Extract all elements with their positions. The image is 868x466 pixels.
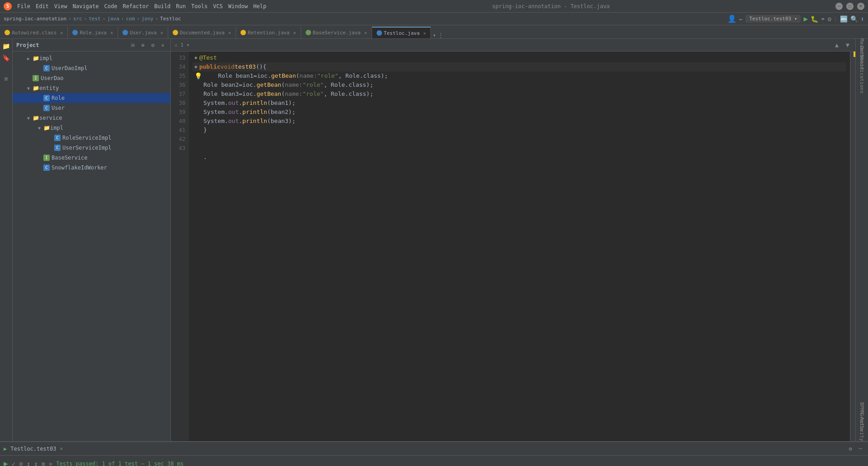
warning-stripe — [854, 52, 855, 57]
tree-item-entity[interactable]: ▼ 📁 entity — [13, 83, 170, 93]
menu-build[interactable]: Build — [154, 3, 170, 9]
tab-close-baseservice[interactable]: ✕ — [364, 30, 367, 35]
run-settings-icon[interactable]: ⚙ — [846, 445, 854, 453]
navigate-up-icon[interactable]: ▲ — [833, 41, 841, 49]
menu-vcs[interactable]: VCS — [213, 3, 223, 9]
menu-window[interactable]: Window — [228, 3, 248, 9]
tree-label-user: User — [52, 105, 65, 111]
tab-documented[interactable]: Documented.java ✕ — [168, 27, 236, 38]
notifications-panel-icon[interactable]: Notifications — [857, 69, 868, 80]
code-content[interactable]: ◆ @Test ◆ public void test03(){ 💡 Role b… — [189, 52, 850, 441]
tab-label-documented: Documented.java — [180, 30, 225, 36]
tree-label-snowflake: SnowflakeIdWorker — [52, 165, 107, 171]
breadcrumb-part-3[interactable]: java — [107, 16, 119, 22]
close-button[interactable]: ✕ — [857, 3, 864, 10]
menu-tools[interactable]: Tools — [191, 3, 208, 9]
run-minimize-icon[interactable]: ─ — [856, 445, 864, 453]
tab-role[interactable]: Role.java ✕ — [68, 27, 118, 38]
tab-close-autowired[interactable]: ✕ — [60, 30, 63, 35]
menu-bar[interactable]: File Edit View Navigate Code Refactor Bu… — [17, 3, 266, 9]
settings-icon[interactable]: ⚙ — [149, 41, 157, 49]
project-panel: Project ⊟ ⊕ ⚙ ✕ ▶ 📁 impl C UserDaoImpl — [13, 39, 171, 441]
menu-run[interactable]: Run — [176, 3, 186, 9]
collapse-all-icon[interactable]: ⊟ — [129, 41, 137, 49]
minimize-button[interactable]: ─ — [835, 3, 843, 10]
window-controls[interactable]: ─ □ ✕ — [835, 3, 864, 10]
coverage-button[interactable]: ☂ — [821, 15, 825, 23]
tree-item-snowflake[interactable]: C SnowflakeIdWorker — [13, 163, 170, 173]
tab-retention[interactable]: Retention.java ✕ — [236, 27, 301, 38]
tab-label-autowired: Autowired.class — [12, 30, 57, 36]
bpmn-panel-icon[interactable]: BPMN-Activity-Diagram — [857, 428, 868, 439]
bookmark-icon[interactable]: 🔖 — [1, 52, 12, 63]
tree-arrow-entity: ▼ — [27, 86, 33, 91]
profile-icon[interactable]: 👤 — [727, 14, 736, 23]
tree-item-userdao[interactable]: I UserDao — [13, 73, 170, 83]
tab-close-documented[interactable]: ✕ — [228, 30, 231, 35]
menu-refactor[interactable]: Refactor — [123, 3, 149, 9]
tab-close-testloc[interactable]: ✕ — [423, 31, 426, 36]
run-sort-dur-button[interactable]: ↕ — [34, 460, 38, 466]
tree-label-userdaoimpl: UserDaoImpl — [52, 65, 87, 71]
tabs-more[interactable]: ⋮ — [438, 32, 443, 38]
tree-item-service[interactable]: ▼ 📁 service — [13, 113, 170, 123]
navigate-down-icon[interactable]: ▼ — [844, 41, 852, 49]
run-all-tests-button[interactable]: ≡ — [41, 460, 45, 466]
run-tab-close[interactable]: ✕ — [60, 446, 63, 452]
menu-view[interactable]: View — [54, 3, 67, 9]
run-button[interactable]: ▶ — [803, 14, 808, 23]
git-icon[interactable]: ⬆ — [861, 15, 864, 23]
tree-item-userdaoimpl[interactable]: C UserDaoImpl — [13, 63, 170, 73]
tab-close-user[interactable]: ✕ — [160, 30, 163, 35]
translate-icon[interactable]: 🔤 — [840, 15, 848, 23]
breadcrumb-part-2[interactable]: test — [89, 16, 101, 22]
folder-icon-entity: 📁 — [33, 85, 39, 91]
code-editor: ⚠ 1 ▾ ▲ ▼ 33 34 35 36 37 38 39 40 41 42 … — [171, 39, 855, 441]
tree-item-baseservice[interactable]: I BaseService — [13, 153, 170, 163]
tree-item-service-impl[interactable]: ▼ 📁 impl — [13, 123, 170, 133]
menu-navigate[interactable]: Navigate — [73, 3, 99, 9]
tab-close-role[interactable]: ✕ — [110, 30, 113, 35]
tab-testloc[interactable]: Testloc.java ✕ — [372, 27, 431, 38]
hide-panel-icon[interactable]: ✕ — [159, 41, 167, 49]
tree-item-userserviceimpl[interactable]: C UserServiceImpl — [13, 143, 170, 153]
scroll-from-source-icon[interactable]: ⊕ — [139, 41, 147, 49]
tab-user[interactable]: User.java ✕ — [118, 27, 168, 38]
editor-scrollbar[interactable] — [850, 52, 855, 441]
back-icon[interactable]: ← — [739, 15, 743, 23]
menu-code[interactable]: Code — [104, 3, 118, 9]
folder-icon-service: 📁 — [33, 115, 39, 121]
breadcrumb-part-1[interactable]: src — [73, 16, 82, 22]
tab-icon-testloc — [377, 30, 382, 36]
breadcrumb-part-4[interactable]: com — [126, 16, 135, 22]
project-panel-icon[interactable]: 📁 — [1, 41, 12, 52]
breadcrumb-part-5[interactable]: jony — [142, 16, 154, 22]
run-tab-label[interactable]: Testloc.test03 — [10, 446, 56, 452]
run-stop-button[interactable]: ⊘ — [19, 460, 23, 466]
run-more-button[interactable]: » — [49, 460, 52, 466]
breadcrumb-part-6[interactable]: Testloc — [160, 16, 181, 22]
debug-button[interactable]: 🐛 — [811, 15, 818, 23]
more-run-button[interactable]: ⚙ — [828, 15, 831, 23]
window-title: spring-ioc-annotation - Testloc.java — [492, 3, 610, 9]
run-config-selector[interactable]: Testloc.test03 ▾ — [745, 15, 801, 23]
editor-wrapper: 33 34 35 36 37 38 39 40 41 42 43 ◆ @Test — [171, 52, 855, 441]
run-play-button[interactable]: ▶ — [4, 459, 8, 466]
structure-icon[interactable]: ≡ — [1, 73, 12, 84]
tree-item-user[interactable]: C User — [13, 103, 170, 113]
menu-file[interactable]: File — [17, 3, 30, 9]
tree-item-roleserviceimpl[interactable]: C RoleServiceImpl — [13, 133, 170, 143]
tree-item-impl[interactable]: ▶ 📁 impl — [13, 53, 170, 63]
search-everywhere[interactable]: 🔍 — [850, 15, 858, 23]
maximize-button[interactable]: □ — [846, 3, 854, 10]
breadcrumb-part-0[interactable]: spring-ioc-annotation — [4, 16, 66, 22]
tab-close-retention[interactable]: ✕ — [293, 30, 296, 35]
menu-help[interactable]: Help — [253, 3, 266, 9]
menu-edit[interactable]: Edit — [36, 3, 49, 9]
run-sort-alpha-button[interactable]: ↕ — [27, 460, 30, 466]
tree-item-role[interactable]: C Role — [13, 93, 170, 103]
run-rerun-button[interactable]: ✓ — [12, 460, 15, 466]
tab-baseservice[interactable]: BaseService.java ✕ — [301, 27, 372, 38]
tab-autowired[interactable]: Autowired.class ✕ — [0, 27, 68, 38]
tabs-overflow[interactable]: ▾ — [433, 32, 436, 38]
